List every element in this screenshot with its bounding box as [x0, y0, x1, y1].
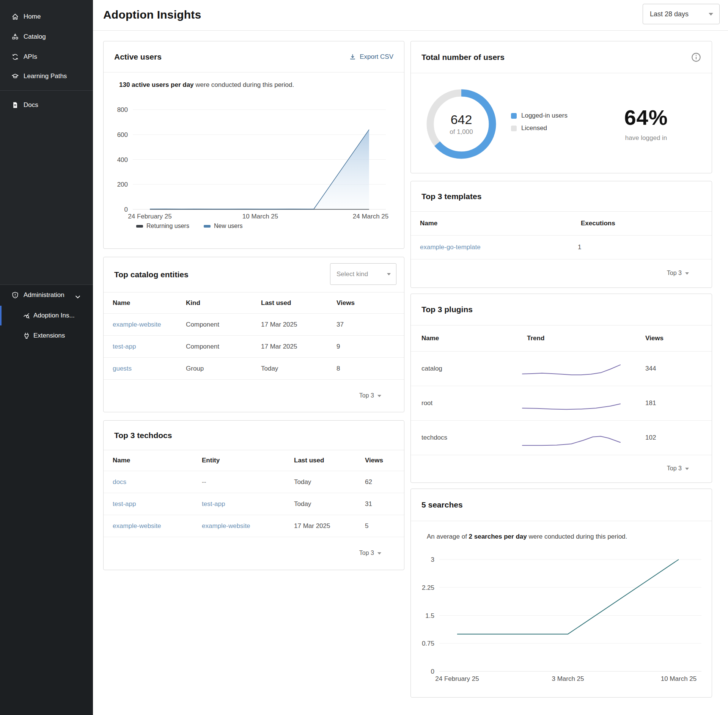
table-header-row: Name Executions [411, 212, 712, 236]
techdoc-last-used: Today [294, 500, 311, 508]
sidebar-item-label: Docs [24, 101, 38, 109]
techdoc-link[interactable]: test-app [113, 500, 136, 508]
svg-text:400: 400 [117, 156, 128, 163]
svg-text:24 March 25: 24 March 25 [353, 213, 389, 220]
techdoc-entity-link[interactable]: test-app [202, 500, 225, 508]
column-header-views: Views [336, 299, 355, 307]
table-header-row: Name Trend Views [411, 325, 712, 352]
card-title: Top 3 templates [421, 192, 481, 201]
sidebar-item-label: Adoption Ins... [33, 312, 75, 319]
top-templates-card: Top 3 templates Name Executions example-… [410, 181, 712, 288]
sidebar-bottom-section [0, 284, 93, 715]
sidebar-item-adoption-insights[interactable]: Adoption Ins... [0, 307, 93, 324]
svg-text:800: 800 [117, 106, 128, 113]
svg-text:24 February 25: 24 February 25 [435, 675, 479, 682]
entity-link[interactable]: guests [113, 365, 132, 372]
plugin-trend-sparkline [522, 361, 621, 380]
sidebar-item-administration[interactable]: Administration [0, 287, 93, 303]
top3-pagination-dropdown[interactable]: Top 3 [104, 536, 404, 570]
table-row: example-website example-website 17 Mar 2… [104, 515, 404, 537]
shield-icon [11, 291, 19, 299]
sidebar-item-docs[interactable]: Docs [0, 97, 93, 113]
top3-pagination-dropdown[interactable]: Top 3 [411, 454, 712, 482]
searches-header: 5 searches [411, 489, 712, 521]
info-icon[interactable] [691, 52, 701, 62]
caret-down-icon [685, 468, 689, 470]
sidebar-item-home[interactable]: Home [0, 8, 93, 25]
legend-swatch [204, 225, 211, 228]
techdoc-entity-link[interactable]: example-website [202, 522, 250, 530]
top-plugins-card: Top 3 plugins Name Trend Views catalog 3… [410, 294, 712, 483]
svg-text:0.75: 0.75 [422, 640, 434, 647]
table-header-row: Name Entity Last used Views [104, 450, 404, 471]
sidebar-item-label: Administration [24, 291, 64, 299]
sidebar-item-label: Learning Paths [24, 72, 67, 80]
svg-text:10 March 25: 10 March 25 [661, 675, 697, 682]
svg-text:10 March 25: 10 March 25 [242, 213, 278, 220]
techdoc-views: 5 [365, 522, 368, 530]
column-header-kind: Kind [186, 299, 200, 307]
techdoc-link[interactable]: example-website [113, 522, 161, 530]
entity-link[interactable]: test-app [113, 343, 136, 350]
techdoc-views: 31 [365, 500, 372, 508]
select-kind-dropdown[interactable]: Select kind [330, 263, 396, 285]
download-icon [349, 53, 356, 60]
template-link[interactable]: example-go-template [420, 244, 481, 251]
searches-line-chart: 00.751.52.25324 February 253 March 2510 … [411, 521, 712, 696]
sidebar-item-learning-paths[interactable]: Learning Paths [0, 68, 93, 85]
entity-views: 9 [336, 343, 340, 350]
sidebar-item-extensions[interactable]: Extensions [0, 327, 93, 344]
top3-pagination-dropdown[interactable]: Top 3 [104, 379, 404, 412]
table-row: test-app Component 17 Mar 2025 9 [104, 336, 404, 358]
svg-text:600: 600 [117, 131, 128, 138]
template-executions: 1 [578, 244, 581, 251]
active-users-area-chart: 020040060080024 February 2510 March 2524… [104, 102, 405, 220]
table-row: guests Group Today 8 [104, 358, 404, 380]
column-header-trend: Trend [527, 335, 544, 342]
techdoc-link[interactable]: docs [113, 478, 126, 486]
svg-text:200: 200 [117, 181, 128, 188]
sidebar-item-catalog[interactable]: Catalog [0, 28, 93, 45]
percent-caption: have logged in [589, 134, 703, 142]
column-header-name: Name [421, 335, 439, 342]
sidebar-item-apis[interactable]: APIs [0, 49, 93, 65]
entity-last-used: Today [261, 365, 278, 372]
table-row: example-go-template 1 [411, 236, 712, 259]
top-catalog-entities-card: Top catalog entities Select kind Name Ki… [103, 257, 404, 412]
entity-last-used: 17 Mar 2025 [261, 321, 297, 328]
legend-item-new-users: New users [204, 223, 243, 229]
export-csv-label: Export CSV [360, 53, 393, 61]
plugin-trend-sparkline [522, 396, 621, 414]
entity-link[interactable]: example-website [113, 321, 161, 328]
plugin-views: 344 [645, 365, 656, 372]
plugin-views: 102 [645, 434, 656, 442]
caret-down-icon [709, 13, 713, 16]
topbar: Adoption Insights Last 28 days [93, 0, 728, 31]
export-csv-button[interactable]: Export CSV [349, 53, 393, 61]
legend-item-licensed: Licensed [511, 124, 568, 132]
sidebar-divider [0, 90, 93, 91]
total-users-header: Total number of users [411, 41, 712, 73]
apis-icon [11, 53, 19, 61]
top-techdocs-card: Top 3 techdocs Name Entity Last used Vie… [103, 420, 404, 570]
plugin-views: 181 [645, 399, 656, 407]
table-row: example-website Component 17 Mar 2025 37 [104, 314, 404, 336]
select-kind-placeholder: Select kind [336, 270, 368, 278]
sidebar-item-label: APIs [24, 53, 37, 61]
sidebar-item-label: Catalog [24, 33, 46, 41]
caret-down-icon [685, 272, 689, 275]
techdoc-last-used: 17 Mar 2025 [294, 522, 330, 530]
legend-item-returning-users: Returning users [136, 223, 189, 229]
card-title: Top 3 plugins [421, 305, 473, 314]
legend-swatch [511, 113, 517, 119]
column-header-views: Views [645, 335, 664, 342]
top3-pagination-dropdown[interactable]: Top 3 [411, 259, 712, 288]
active-users-card: Active users Export CSV 130 active users… [103, 41, 404, 249]
learning-paths-icon [11, 72, 19, 80]
date-range-select[interactable]: Last 28 days [643, 4, 720, 24]
table-header-row: Name Kind Last used Views [104, 292, 404, 314]
table-row: catalog 344 [411, 352, 712, 386]
date-range-value: Last 28 days [650, 10, 689, 18]
plugin-name: root [421, 399, 432, 407]
chevron-down-icon [75, 294, 80, 297]
